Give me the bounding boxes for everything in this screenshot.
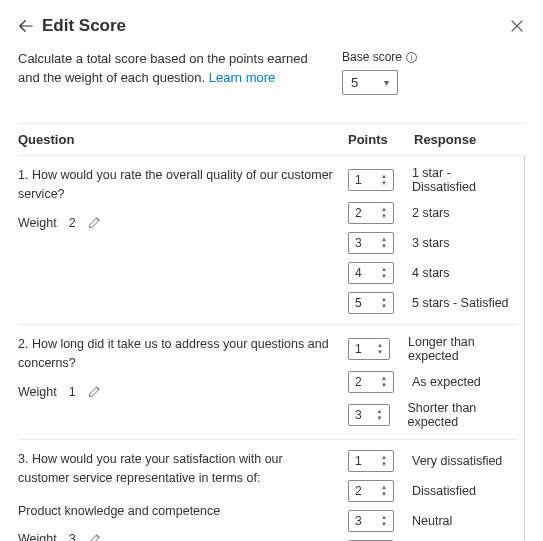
weight-row: Weight 3: [18, 530, 334, 541]
info-icon[interactable]: i: [406, 52, 417, 63]
option-row: 3 ▲▼ 3 stars: [348, 232, 518, 254]
response-text: Shorter than expected: [408, 401, 518, 429]
weight-row: Weight 2: [18, 214, 334, 233]
questions-scroll-area[interactable]: 1. How would you rate the overall qualit…: [18, 155, 525, 541]
points-value: 4: [349, 266, 381, 280]
dialog-title: Edit Score: [42, 16, 509, 36]
column-header-response: Response: [414, 132, 525, 147]
spinner-controls[interactable]: ▲▼: [381, 203, 393, 223]
option-row: 2 ▲▼ Dissatisfied: [348, 480, 518, 502]
back-arrow-icon[interactable]: [18, 18, 34, 34]
points-spinner[interactable]: 2 ▲▼: [348, 480, 394, 502]
points-spinner[interactable]: 1 ▲▼: [348, 338, 390, 360]
option-row: 2 ▲▼ As expected: [348, 371, 518, 393]
points-spinner[interactable]: 2 ▲▼: [348, 371, 394, 393]
pencil-icon[interactable]: [88, 216, 101, 229]
spinner-controls[interactable]: ▲▼: [377, 339, 389, 359]
response-text: 2 stars: [412, 206, 450, 220]
points-value: 1: [349, 173, 381, 187]
spinner-controls[interactable]: ▲▼: [381, 511, 393, 531]
weight-row: Weight 1: [18, 383, 334, 402]
points-value: 1: [349, 454, 381, 468]
description-text: Calculate a total score based on the poi…: [18, 50, 318, 88]
weight-label: Weight: [18, 214, 57, 233]
question-text: 2. How long did it take us to address yo…: [18, 335, 334, 373]
points-value: 3: [349, 514, 381, 528]
response-text: Dissatisfied: [412, 484, 476, 498]
response-text: Neutral: [412, 514, 452, 528]
question-text: 1. How would you rate the overall qualit…: [18, 166, 334, 204]
pencil-icon[interactable]: [88, 385, 101, 398]
weight-value: 1: [69, 383, 76, 402]
option-row: 1 ▲▼ Very dissatisfied: [348, 450, 518, 472]
spinner-controls[interactable]: ▲▼: [381, 233, 393, 253]
spinner-controls[interactable]: ▲▼: [381, 170, 393, 190]
response-text: Longer than expected: [408, 335, 518, 363]
chevron-down-icon: ▾: [384, 77, 389, 88]
response-text: 1 star - Dissatisfied: [412, 166, 518, 194]
spinner-controls[interactable]: ▲▼: [377, 405, 389, 425]
points-value: 2: [349, 375, 381, 389]
spinner-controls[interactable]: ▲▼: [381, 372, 393, 392]
response-text: 3 stars: [412, 236, 450, 250]
pencil-icon[interactable]: [88, 533, 101, 541]
aspect-label: Product knowledge and competence: [18, 502, 334, 521]
points-value: 1: [349, 342, 377, 356]
option-row: 5 ▲▼ 5 stars - Satisfied: [348, 292, 518, 314]
option-row: 3 ▲▼ Shorter than expected: [348, 401, 518, 429]
points-spinner[interactable]: 1 ▲▼: [348, 450, 394, 472]
question-block: 3. How would you rate your satisfaction …: [18, 440, 518, 541]
response-text: 4 stars: [412, 266, 450, 280]
option-row: 1 ▲▼ Longer than expected: [348, 335, 518, 363]
base-score-select[interactable]: 5 ▾: [342, 70, 398, 95]
response-text: Very dissatisfied: [412, 454, 502, 468]
points-spinner[interactable]: 5 ▲▼: [348, 292, 394, 314]
spinner-controls[interactable]: ▲▼: [381, 481, 393, 501]
response-text: 5 stars - Satisfied: [412, 296, 509, 310]
spinner-controls[interactable]: ▲▼: [381, 263, 393, 283]
points-spinner[interactable]: 4 ▲▼: [348, 262, 394, 284]
weight-label: Weight: [18, 383, 57, 402]
points-value: 2: [349, 484, 381, 498]
learn-more-link[interactable]: Learn more: [209, 70, 275, 85]
spinner-controls[interactable]: ▲▼: [381, 451, 393, 471]
option-row: 1 ▲▼ 1 star - Dissatisfied: [348, 166, 518, 194]
question-block: 1. How would you rate the overall qualit…: [18, 156, 518, 325]
option-row: 4 ▲▼ 4 stars: [348, 262, 518, 284]
weight-value: 3: [69, 530, 76, 541]
question-block: 2. How long did it take us to address yo…: [18, 325, 518, 440]
weight-label: Weight: [18, 530, 57, 541]
column-header-points: Points: [348, 132, 414, 147]
option-row: 2 ▲▼ 2 stars: [348, 202, 518, 224]
points-value: 3: [349, 236, 381, 250]
spinner-controls[interactable]: ▲▼: [381, 293, 393, 313]
close-icon[interactable]: [509, 18, 525, 34]
points-spinner[interactable]: 1 ▲▼: [348, 169, 394, 191]
points-value: 5: [349, 296, 381, 310]
option-row: 3 ▲▼ Neutral: [348, 510, 518, 532]
response-text: As expected: [412, 375, 481, 389]
base-score-label: Base score i: [342, 50, 417, 64]
points-spinner[interactable]: 3 ▲▼: [348, 404, 390, 426]
points-value: 2: [349, 206, 381, 220]
question-text: 3. How would you rate your satisfaction …: [18, 450, 334, 488]
points-value: 3: [349, 408, 377, 422]
points-spinner[interactable]: 2 ▲▼: [348, 202, 394, 224]
base-score-value: 5: [351, 75, 358, 90]
points-spinner[interactable]: 3 ▲▼: [348, 510, 394, 532]
points-spinner[interactable]: 3 ▲▼: [348, 232, 394, 254]
column-header-question: Question: [18, 132, 348, 147]
weight-value: 2: [69, 214, 76, 233]
